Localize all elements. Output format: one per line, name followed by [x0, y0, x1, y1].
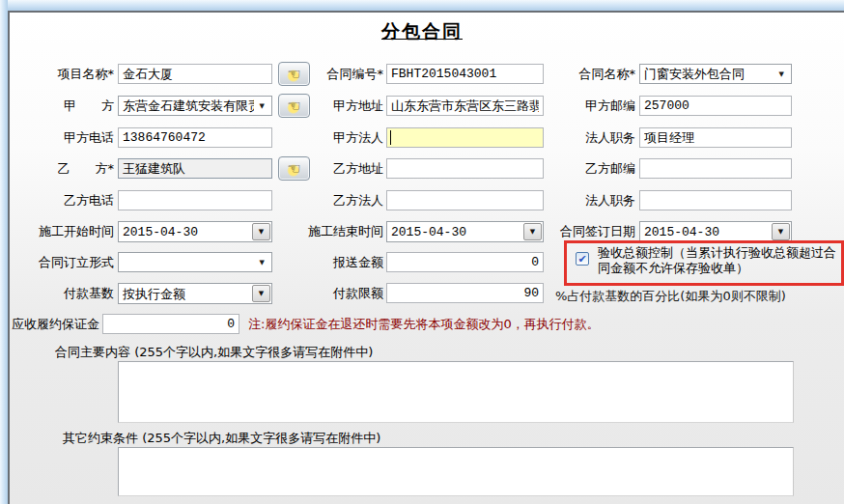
label-payment-base: 付款基数 [64, 286, 114, 301]
project-name-input[interactable] [118, 64, 272, 84]
party-b-zip-input[interactable] [639, 158, 792, 179]
main-content-textarea[interactable] [118, 361, 794, 423]
sign-date-picker[interactable]: 2015-04-30 ▼ [639, 221, 792, 242]
party-a-value: 东营金石建筑安装有限责任 [123, 98, 254, 114]
chevron-down-icon: ▼ [530, 229, 535, 236]
label-party-a-legal: 甲方法人 [333, 130, 383, 146]
contract-name-value: 门窗安装外包合同 [644, 67, 774, 82]
sign-date-value: 2015-04-30 [644, 225, 770, 240]
hand-pointer-icon: ☜ [287, 161, 300, 177]
legal-title-b-input[interactable] [639, 190, 792, 210]
label-party-b: 乙 方* [58, 161, 115, 177]
project-lookup-button[interactable]: ☜ [278, 62, 310, 86]
chevron-down-icon: ▼ [778, 229, 783, 236]
label-other-terms: 其它约束条件 (255个字以内,如果文字很多请写在附件中) [63, 431, 380, 446]
deposit-note: 注:履约保证金在退还时需要先将本项金额改为0，再执行付款。 [248, 316, 600, 333]
payment-limit-note: %占付款基数的百分比(如果为0则不限制) [555, 288, 786, 305]
label-sign-date: 合同签订日期 [560, 224, 635, 239]
label-contract-form: 合同订立形式 [39, 255, 114, 270]
label-party-b-legal: 乙方法人 [333, 193, 383, 209]
party-a-legal-input[interactable] [386, 127, 544, 148]
label-contract-name: 合同名称* [579, 67, 636, 82]
chevron-down-icon: ▼ [259, 229, 264, 236]
label-start-date: 施工开始时间 [39, 224, 114, 239]
party-a-lookup-button[interactable]: ☜ [278, 94, 310, 118]
chevron-down-icon: ▼ [260, 259, 265, 266]
start-date-value: 2015-04-30 [123, 225, 250, 240]
party-b-lookup-button[interactable]: ☜ [278, 156, 310, 181]
acceptance-total-checkbox[interactable]: ✔ [576, 252, 589, 266]
report-amount-input[interactable] [386, 252, 544, 272]
end-date-picker[interactable]: 2015-04-30 ▼ [386, 221, 544, 242]
label-party-a-zip: 甲方邮编 [585, 98, 635, 114]
label-report-amount: 报送金额 [333, 255, 383, 270]
payment-limit-input[interactable] [386, 283, 544, 303]
label-party-b-phone: 乙方电话 [64, 193, 114, 209]
hand-pointer-icon: ☜ [287, 67, 300, 82]
contract-name-select[interactable]: 门窗安装外包合同 ▼ [639, 64, 792, 84]
chevron-down-icon: ▼ [260, 102, 265, 110]
window-frame-left [0, 0, 8, 504]
label-legal-title-a: 法人职务 [585, 130, 635, 146]
party-a-select[interactable]: 东营金石建筑安装有限责任 ▼ [118, 96, 272, 116]
party-b-legal-input[interactable] [386, 190, 544, 210]
other-terms-textarea[interactable] [118, 447, 794, 496]
combo-dropdown-button[interactable]: ▼ [252, 285, 270, 302]
label-party-b-zip: 乙方邮编 [585, 161, 635, 177]
check-icon: ✔ [577, 254, 586, 265]
contract-no-input[interactable] [386, 64, 544, 84]
party-a-zip-input[interactable] [639, 96, 792, 116]
label-party-b-address: 乙方地址 [333, 161, 383, 177]
chevron-down-icon: ▼ [779, 70, 784, 78]
acceptance-total-label: 验收总额控制（当累计执行验收总额超过合同金额不允许保存验收单） [598, 245, 837, 276]
hand-pointer-icon: ☜ [287, 98, 300, 114]
label-party-a-phone: 甲方电话 [64, 130, 114, 146]
text-cursor [390, 130, 391, 145]
label-deposit: 应收履约保证金 [12, 317, 99, 332]
end-date-value: 2015-04-30 [391, 225, 521, 240]
label-party-a: 甲 方 [64, 98, 114, 114]
date-dropdown-button[interactable]: ▼ [523, 223, 542, 240]
payment-base-select[interactable]: 按执行金额 ▼ [118, 283, 272, 304]
payment-base-value: 按执行金额 [123, 287, 250, 302]
party-b-phone-input[interactable] [118, 190, 272, 210]
party-a-address-input[interactable] [386, 96, 544, 116]
contract-form-select[interactable]: ▼ [118, 252, 272, 272]
label-legal-title-b: 法人职务 [585, 193, 635, 209]
label-end-date: 施工结束时间 [308, 224, 383, 239]
party-a-phone-input[interactable] [118, 127, 272, 148]
subcontract-form-window: 分包合同 项目名称* ☜ 合同编号* 合同名称* 门窗安装外包合同 ▼ 甲 方 … [0, 0, 844, 504]
page-title: 分包合同 [11, 19, 833, 44]
start-date-picker[interactable]: 2015-04-30 ▼ [118, 221, 272, 242]
party-b-address-input[interactable] [386, 158, 544, 179]
date-dropdown-button[interactable]: ▼ [772, 223, 790, 240]
legal-title-a-input[interactable] [639, 127, 792, 148]
window-frame-top [0, 0, 844, 11]
party-b-input[interactable] [118, 158, 272, 179]
date-dropdown-button[interactable]: ▼ [252, 223, 270, 240]
label-project-name: 项目名称* [58, 67, 115, 82]
label-main-content: 合同主要内容 (255个字以内,如果文字很多请写在附件中) [55, 345, 373, 360]
label-payment-limit: 付款限额 [333, 286, 383, 301]
label-contract-no: 合同编号* [327, 67, 384, 82]
chevron-down-icon: ▼ [259, 291, 264, 297]
label-party-a-address: 甲方地址 [333, 98, 383, 114]
deposit-input[interactable] [102, 314, 239, 334]
